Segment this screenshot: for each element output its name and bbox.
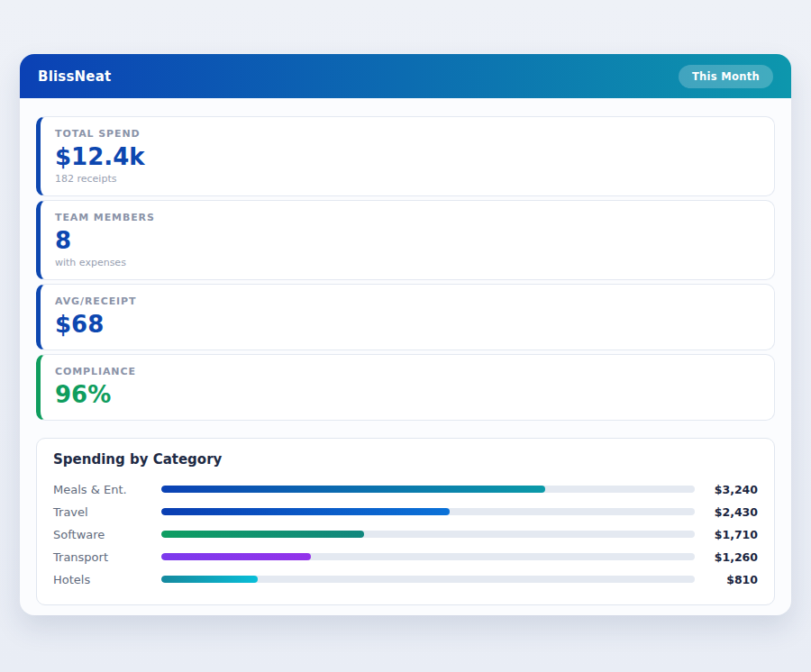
stat-sub: 182 receipts xyxy=(55,173,760,185)
bar-fill xyxy=(161,486,545,493)
chart-title: Spending by Category xyxy=(53,451,758,468)
stat-sub: with expenses xyxy=(55,257,760,268)
category-label: Software xyxy=(53,528,161,541)
stat-card: TEAM MEMBERS8with expenses xyxy=(36,200,775,280)
bar-track xyxy=(161,531,695,538)
stat-value: $12.4k xyxy=(55,144,760,171)
category-label: Transport xyxy=(53,550,161,564)
category-label: Meals & Ent. xyxy=(53,483,161,496)
chart-row: Transport$1,260 xyxy=(53,546,758,568)
chart-row: Software$1,710 xyxy=(53,523,758,546)
bar-track xyxy=(161,486,695,493)
bar-fill xyxy=(161,553,311,560)
dashboard-content: TOTAL SPEND$12.4k182 receiptsTEAM MEMBER… xyxy=(20,98,791,622)
spending-by-category-card: Spending by Category Meals & Ent.$3,240T… xyxy=(36,438,775,605)
bar-track xyxy=(161,553,695,560)
stat-value: 96% xyxy=(55,382,760,409)
chart-row: Travel$2,430 xyxy=(53,501,758,523)
stats-list: TOTAL SPEND$12.4k182 receiptsTEAM MEMBER… xyxy=(36,116,775,421)
bar-track xyxy=(161,576,695,583)
chart-row: Meals & Ent.$3,240 xyxy=(53,478,758,501)
bar-track xyxy=(161,508,695,515)
app-header: BlissNeat This Month xyxy=(20,54,791,98)
stat-card: AVG/RECEIPT$68 xyxy=(36,284,775,350)
category-label: Hotels xyxy=(53,573,161,586)
dashboard-card: BlissNeat This Month TOTAL SPEND$12.4k18… xyxy=(20,54,791,615)
stat-card: TOTAL SPEND$12.4k182 receipts xyxy=(36,116,775,196)
stat-value: $68 xyxy=(55,312,760,339)
stat-label: COMPLIANCE xyxy=(55,366,760,377)
bar-fill xyxy=(161,576,258,583)
stat-card: COMPLIANCE96% xyxy=(36,354,775,421)
stat-label: TOTAL SPEND xyxy=(55,128,760,140)
chart-row: Hotels$810 xyxy=(53,568,758,591)
chart-rows: Meals & Ent.$3,240Travel$2,430Software$1… xyxy=(53,478,758,591)
category-value: $3,240 xyxy=(702,483,758,496)
stat-label: AVG/RECEIPT xyxy=(55,295,760,307)
category-value: $1,710 xyxy=(702,528,758,541)
bar-fill xyxy=(161,531,364,538)
category-value: $810 xyxy=(702,573,758,586)
period-badge[interactable]: This Month xyxy=(679,65,773,88)
category-label: Travel xyxy=(53,505,161,519)
category-value: $2,430 xyxy=(702,505,758,519)
category-value: $1,260 xyxy=(702,550,758,564)
app-title: BlissNeat xyxy=(38,68,111,85)
bar-fill xyxy=(161,508,450,515)
stat-value: 8 xyxy=(55,228,760,255)
stat-label: TEAM MEMBERS xyxy=(55,212,760,223)
